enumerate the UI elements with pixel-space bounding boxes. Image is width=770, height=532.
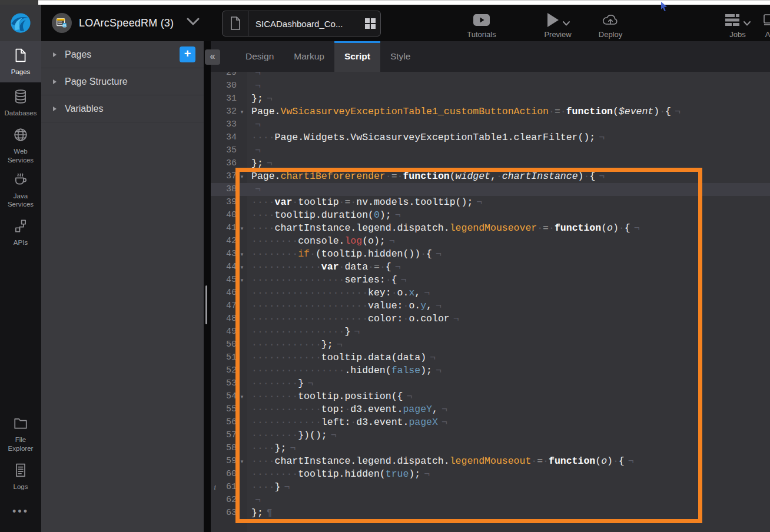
code-line[interactable]: 41▾····chartInstance.legend.dispatch.leg… [211, 222, 770, 235]
code-line[interactable]: 52················.hidden(false);¬ [211, 364, 770, 377]
gutter-info-icon [211, 287, 219, 300]
line-number: 33 [219, 118, 237, 131]
sidebar-item-apis[interactable]: APIs [0, 212, 41, 253]
code-line[interactable]: 42········console.log(o);¬ [211, 235, 770, 248]
open-page-tab[interactable]: SICADashboard_Co... [222, 11, 381, 36]
fold-arrow-icon[interactable]: ▾ [237, 170, 247, 183]
line-number: 46 [219, 287, 237, 300]
code-line[interactable]: 47····················value:·o.y,¬ [211, 300, 770, 312]
sidebar-item-logs[interactable]: Logs [0, 456, 41, 497]
fold-arrow-icon[interactable]: ▾ [237, 261, 247, 274]
code-line[interactable]: 36};¬ [211, 157, 770, 170]
code-line[interactable]: 46····················key:·o.x,¬ [211, 287, 770, 300]
code-line[interactable]: 44▾············var·data·=·{¬ [211, 261, 770, 274]
code-line[interactable]: 39····var·tooltip·=·nv.models.tooltip();… [211, 196, 770, 209]
wavemaker-logo[interactable] [0, 5, 41, 41]
mouse-cursor [661, 1, 669, 14]
code-line[interactable]: 29¬ [211, 72, 770, 79]
explorer-panel: Pages+Page StructureVariables [41, 41, 204, 532]
fold-arrow-icon [237, 144, 247, 157]
code-line[interactable]: 50············};¬ [211, 338, 770, 351]
line-number: 62 [219, 494, 237, 507]
code-line[interactable]: 60········tooltip.hidden(true);¬ [211, 468, 770, 481]
code-line[interactable]: 30¬ [211, 79, 770, 92]
gutter-info-icon [211, 118, 219, 131]
code-text: ············top:·d3.event.pageY,¬ [247, 403, 447, 416]
chevron-down-icon[interactable] [185, 17, 201, 29]
code-line[interactable]: 58····};¬ [211, 442, 770, 455]
panel-section-page-structure[interactable]: Page Structure [41, 68, 204, 95]
project-switcher[interactable]: LOArcSpeedRM (3) [52, 5, 201, 41]
code-line[interactable]: 59▾····chartInstance.legend.dispatch.leg… [211, 455, 770, 468]
code-text: ····chartInstance.legend.dispatch.legend… [247, 222, 640, 235]
code-text: ········console.log(o);¬ [247, 235, 395, 248]
expand-arrow-icon[interactable] [53, 107, 57, 111]
code-line[interactable]: 37▾Page.chart1Beforerender·=·function(wi… [211, 170, 770, 183]
code-line[interactable]: 43▾········if·(tooltip.hidden())·{¬ [211, 248, 770, 261]
code-line[interactable]: 62¬ [211, 494, 770, 507]
line-number: 35 [219, 144, 237, 157]
sidebar-item-web-services[interactable]: WebServices [0, 124, 41, 168]
code-text: ····}¬ [247, 481, 290, 494]
panel-section-variables[interactable]: Variables [41, 95, 204, 122]
code-line[interactable]: 38¬ [211, 183, 770, 196]
sidebar-item-java-services[interactable]: JavaServices [0, 168, 41, 212]
fold-arrow-icon[interactable]: ▾ [237, 248, 247, 261]
sidebar-item-databases[interactable]: Databases [0, 82, 41, 124]
fold-arrow-icon [237, 157, 247, 170]
collapse-panel-button[interactable]: « [205, 49, 220, 65]
expand-arrow-icon[interactable] [53, 79, 57, 84]
fold-arrow-icon[interactable]: ▾ [237, 105, 247, 118]
grid-icon[interactable] [360, 18, 380, 29]
artifacts-button[interactable]: Art [757, 13, 770, 39]
code-line[interactable]: 32▾Page.VwSicasurveyExceptionTable1_cust… [211, 105, 770, 118]
code-line[interactable]: 51············tooltip.data(data)¬ [211, 351, 770, 364]
gutter-info-icon [211, 92, 219, 105]
code-line[interactable]: 55············top:·d3.event.pageY,¬ [211, 403, 770, 416]
expand-arrow-icon[interactable] [53, 52, 57, 57]
line-number: 43 [219, 248, 237, 261]
panel-section-pages[interactable]: Pages+ [41, 41, 204, 68]
code-text: ············left:·d3.event.pageX¬ [247, 416, 447, 429]
fold-arrow-icon [237, 312, 247, 325]
code-text: ················.hidden(false);¬ [247, 364, 442, 377]
tab-script[interactable]: Script [334, 41, 380, 72]
code-line[interactable]: i61····}¬ [211, 481, 770, 494]
code-line[interactable]: 31};¬ [211, 92, 770, 105]
code-line[interactable]: 34····Page.Widgets.VwSicasurveyException… [211, 131, 770, 144]
code-line[interactable]: 53········}¬ [211, 377, 770, 390]
jobs-button[interactable]: Jobs [723, 13, 752, 39]
code-line[interactable]: 56············left:·d3.event.pageX¬ [211, 416, 770, 429]
add-page-button[interactable]: + [180, 46, 195, 62]
deploy-button[interactable]: Deploy [593, 13, 628, 39]
code-line[interactable]: 35¬ [211, 144, 770, 157]
code-line[interactable]: 45▾················series:·{¬ [211, 274, 770, 287]
panel-scrollbar[interactable] [205, 285, 207, 324]
preview-button[interactable]: Preview [533, 13, 583, 39]
fold-arrow-icon[interactable]: ▾ [237, 274, 247, 287]
sidebar-item-file-explorer[interactable]: FileExplorer [0, 412, 41, 456]
sidebar-more-button[interactable]: ••• [0, 497, 41, 532]
fold-arrow-icon[interactable]: ▾ [237, 222, 247, 235]
fold-arrow-icon[interactable]: ▾ [237, 455, 247, 468]
code-line[interactable]: 54▾········tooltip.position({¬ [211, 390, 770, 403]
code-text: Page.VwSicasurveyExceptionTable1_customB… [247, 105, 681, 118]
chevron-down-icon [562, 19, 570, 28]
fold-arrow-icon [237, 364, 247, 377]
code-line[interactable]: 63};¶ [211, 507, 770, 520]
tab-style[interactable]: Style [380, 41, 420, 72]
code-line[interactable]: 33¬ [211, 118, 770, 131]
code-line[interactable]: 40····tooltip.duration(0);¬ [211, 209, 770, 222]
gutter-info-icon[interactable]: i [211, 481, 219, 494]
code-editor[interactable]: 29¬30¬31};¬32▾Page.VwSicasurveyException… [211, 72, 770, 532]
tutorials-button[interactable]: Tutorials [462, 13, 501, 39]
code-line[interactable]: 49················}¬ [211, 325, 770, 338]
code-line[interactable]: 48····················color:·o.color¬ [211, 312, 770, 325]
tab-markup[interactable]: Markup [284, 41, 334, 72]
code-line[interactable]: 57········})();¬ [211, 429, 770, 442]
sidebar-item-pages[interactable]: Pages [0, 41, 41, 82]
fold-arrow-icon[interactable]: ▾ [237, 390, 247, 403]
code-text: };¬ [247, 157, 273, 170]
tab-design[interactable]: Design [235, 41, 284, 72]
editor-region: DesignMarkupScriptStyle 29¬30¬31};¬32▾Pa… [211, 41, 770, 532]
